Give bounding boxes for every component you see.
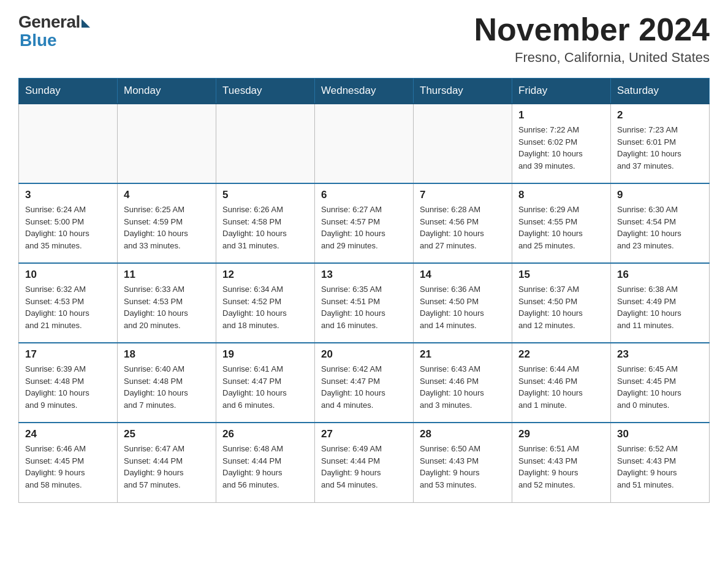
day-number: 18 — [124, 348, 210, 361]
day-info: Sunrise: 6:45 AMSunset: 4:45 PMDaylight:… — [617, 363, 703, 411]
calendar-cell: 30Sunrise: 6:52 AMSunset: 4:43 PMDayligh… — [611, 423, 710, 502]
title-section: November 2024 Fresno, California, United… — [474, 12, 710, 66]
day-number: 3 — [25, 189, 111, 201]
day-number: 4 — [124, 189, 210, 201]
calendar-cell: 25Sunrise: 6:47 AMSunset: 4:44 PMDayligh… — [118, 423, 216, 502]
calendar-week-3: 10Sunrise: 6:32 AMSunset: 4:53 PMDayligh… — [19, 263, 710, 343]
day-number: 27 — [321, 428, 407, 440]
calendar-cell — [216, 104, 315, 183]
day-number: 25 — [124, 428, 210, 440]
calendar-cell: 18Sunrise: 6:40 AMSunset: 4:48 PMDayligh… — [118, 343, 216, 423]
calendar-cell: 9Sunrise: 6:30 AMSunset: 4:54 PMDaylight… — [611, 183, 710, 263]
day-info: Sunrise: 6:51 AMSunset: 4:43 PMDaylight:… — [518, 443, 604, 491]
logo-arrow-icon — [82, 19, 90, 28]
day-number: 24 — [25, 428, 111, 440]
day-number: 17 — [25, 348, 111, 361]
calendar-cell: 24Sunrise: 6:46 AMSunset: 4:45 PMDayligh… — [19, 423, 118, 502]
calendar-week-4: 17Sunrise: 6:39 AMSunset: 4:48 PMDayligh… — [19, 343, 710, 423]
calendar-week-5: 24Sunrise: 6:46 AMSunset: 4:45 PMDayligh… — [19, 423, 710, 502]
day-info: Sunrise: 7:22 AMSunset: 6:02 PMDaylight:… — [518, 124, 604, 172]
day-number: 10 — [25, 269, 111, 281]
location-text: Fresno, California, United States — [474, 50, 710, 66]
day-info: Sunrise: 6:27 AMSunset: 4:57 PMDaylight:… — [321, 204, 407, 251]
day-info: Sunrise: 6:25 AMSunset: 4:59 PMDaylight:… — [124, 204, 210, 251]
day-number: 2 — [617, 109, 703, 121]
calendar-cell: 26Sunrise: 6:48 AMSunset: 4:44 PMDayligh… — [216, 423, 315, 502]
day-number: 22 — [518, 348, 604, 361]
weekday-header-saturday: Saturday — [611, 79, 710, 104]
day-info: Sunrise: 6:29 AMSunset: 4:55 PMDaylight:… — [518, 204, 604, 251]
day-number: 26 — [222, 428, 308, 440]
day-info: Sunrise: 6:46 AMSunset: 4:45 PMDaylight:… — [25, 443, 111, 491]
calendar-cell: 16Sunrise: 6:38 AMSunset: 4:49 PMDayligh… — [611, 263, 710, 343]
calendar-cell: 20Sunrise: 6:42 AMSunset: 4:47 PMDayligh… — [315, 343, 414, 423]
weekday-header-wednesday: Wednesday — [315, 79, 414, 104]
day-number: 9 — [617, 189, 703, 201]
calendar-cell: 3Sunrise: 6:24 AMSunset: 5:00 PMDaylight… — [19, 183, 118, 263]
calendar-cell: 28Sunrise: 6:50 AMSunset: 4:43 PMDayligh… — [414, 423, 512, 502]
month-title: November 2024 — [474, 12, 710, 47]
calendar-cell: 1Sunrise: 7:22 AMSunset: 6:02 PMDaylight… — [512, 104, 611, 183]
day-info: Sunrise: 6:43 AMSunset: 4:46 PMDaylight:… — [420, 363, 506, 411]
day-info: Sunrise: 6:36 AMSunset: 4:50 PMDaylight:… — [420, 283, 506, 331]
day-info: Sunrise: 6:50 AMSunset: 4:43 PMDaylight:… — [420, 443, 506, 491]
day-number: 6 — [321, 189, 407, 201]
day-info: Sunrise: 6:32 AMSunset: 4:53 PMDaylight:… — [25, 283, 111, 331]
day-number: 23 — [617, 348, 703, 361]
calendar-cell: 4Sunrise: 6:25 AMSunset: 4:59 PMDaylight… — [118, 183, 216, 263]
day-number: 30 — [617, 428, 703, 440]
logo-general-text: General — [18, 12, 80, 32]
day-number: 1 — [518, 109, 604, 121]
day-number: 20 — [321, 348, 407, 361]
day-number: 11 — [124, 269, 210, 281]
calendar-cell: 17Sunrise: 6:39 AMSunset: 4:48 PMDayligh… — [19, 343, 118, 423]
calendar-cell: 21Sunrise: 6:43 AMSunset: 4:46 PMDayligh… — [414, 343, 512, 423]
calendar-cell — [19, 104, 118, 183]
day-info: Sunrise: 6:48 AMSunset: 4:44 PMDaylight:… — [222, 443, 308, 491]
day-number: 16 — [617, 269, 703, 281]
day-number: 12 — [222, 269, 308, 281]
calendar-cell: 11Sunrise: 6:33 AMSunset: 4:53 PMDayligh… — [118, 263, 216, 343]
day-info: Sunrise: 6:49 AMSunset: 4:44 PMDaylight:… — [321, 443, 407, 491]
calendar-cell: 6Sunrise: 6:27 AMSunset: 4:57 PMDaylight… — [315, 183, 414, 263]
calendar-cell: 19Sunrise: 6:41 AMSunset: 4:47 PMDayligh… — [216, 343, 315, 423]
calendar-cell: 14Sunrise: 6:36 AMSunset: 4:50 PMDayligh… — [414, 263, 512, 343]
day-info: Sunrise: 7:23 AMSunset: 6:01 PMDaylight:… — [617, 124, 703, 172]
day-info: Sunrise: 6:41 AMSunset: 4:47 PMDaylight:… — [222, 363, 308, 411]
day-info: Sunrise: 6:24 AMSunset: 5:00 PMDaylight:… — [25, 204, 111, 251]
day-number: 8 — [518, 189, 604, 201]
calendar-table: SundayMondayTuesdayWednesdayThursdayFrid… — [18, 78, 710, 503]
day-info: Sunrise: 6:42 AMSunset: 4:47 PMDaylight:… — [321, 363, 407, 411]
weekday-header-tuesday: Tuesday — [216, 79, 315, 104]
day-info: Sunrise: 6:34 AMSunset: 4:52 PMDaylight:… — [222, 283, 308, 331]
calendar-cell — [315, 104, 414, 183]
weekday-header-sunday: Sunday — [19, 79, 118, 104]
logo: General Blue — [18, 12, 90, 50]
day-info: Sunrise: 6:30 AMSunset: 4:54 PMDaylight:… — [617, 204, 703, 251]
day-number: 14 — [420, 269, 506, 281]
calendar-cell — [118, 104, 216, 183]
calendar-cell: 13Sunrise: 6:35 AMSunset: 4:51 PMDayligh… — [315, 263, 414, 343]
day-number: 13 — [321, 269, 407, 281]
day-number: 5 — [222, 189, 308, 201]
page-header: General Blue November 2024 Fresno, Calif… — [18, 12, 710, 66]
calendar-cell: 2Sunrise: 7:23 AMSunset: 6:01 PMDaylight… — [611, 104, 710, 183]
day-info: Sunrise: 6:37 AMSunset: 4:50 PMDaylight:… — [518, 283, 604, 331]
day-number: 29 — [518, 428, 604, 440]
calendar-week-1: 1Sunrise: 7:22 AMSunset: 6:02 PMDaylight… — [19, 104, 710, 183]
calendar-week-2: 3Sunrise: 6:24 AMSunset: 5:00 PMDaylight… — [19, 183, 710, 263]
day-info: Sunrise: 6:33 AMSunset: 4:53 PMDaylight:… — [124, 283, 210, 331]
day-info: Sunrise: 6:28 AMSunset: 4:56 PMDaylight:… — [420, 204, 506, 251]
weekday-header-row: SundayMondayTuesdayWednesdayThursdayFrid… — [19, 79, 710, 104]
calendar-cell: 10Sunrise: 6:32 AMSunset: 4:53 PMDayligh… — [19, 263, 118, 343]
day-info: Sunrise: 6:44 AMSunset: 4:46 PMDaylight:… — [518, 363, 604, 411]
day-number: 28 — [420, 428, 506, 440]
calendar-cell: 5Sunrise: 6:26 AMSunset: 4:58 PMDaylight… — [216, 183, 315, 263]
day-number: 21 — [420, 348, 506, 361]
weekday-header-thursday: Thursday — [414, 79, 512, 104]
day-info: Sunrise: 6:26 AMSunset: 4:58 PMDaylight:… — [222, 204, 308, 251]
day-number: 19 — [222, 348, 308, 361]
day-info: Sunrise: 6:39 AMSunset: 4:48 PMDaylight:… — [25, 363, 111, 411]
calendar-cell: 29Sunrise: 6:51 AMSunset: 4:43 PMDayligh… — [512, 423, 611, 502]
day-info: Sunrise: 6:40 AMSunset: 4:48 PMDaylight:… — [124, 363, 210, 411]
